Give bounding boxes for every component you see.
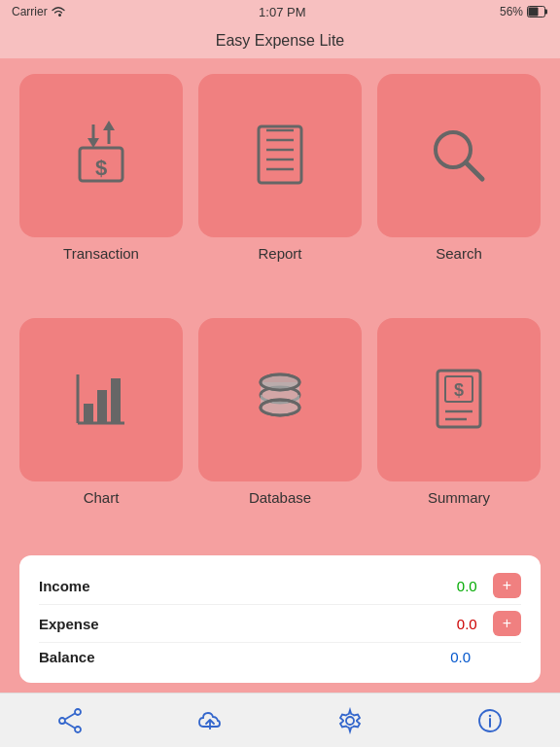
tab-settings[interactable]	[326, 701, 374, 740]
grid-tile-search[interactable]	[377, 74, 541, 237]
svg-line-39	[65, 722, 75, 728]
info-icon	[476, 707, 504, 734]
grid-tile-database[interactable]	[198, 318, 362, 481]
expense-value: 0.0	[457, 616, 477, 632]
grid-item-chart[interactable]: Chart	[19, 318, 183, 547]
svg-rect-19	[84, 404, 93, 423]
expense-label: Expense	[39, 616, 457, 632]
svg-point-35	[75, 709, 81, 715]
search-icon	[420, 117, 498, 195]
database-label: Database	[249, 489, 311, 506]
summary-panel: Income 0.0 + Expense 0.0 + Balance 0.0	[19, 555, 541, 683]
report-label: Report	[258, 245, 301, 262]
svg-rect-2	[529, 8, 539, 17]
svg-rect-1	[545, 10, 548, 15]
balance-value: 0.0	[450, 649, 471, 665]
svg-line-16	[466, 162, 482, 179]
battery-label: 56%	[500, 5, 523, 18]
status-time: 1:07 PM	[259, 5, 305, 19]
status-right: 56%	[500, 5, 548, 18]
app-title-bar: Easy Expense Lite	[0, 23, 560, 58]
transaction-icon: $	[62, 117, 140, 195]
svg-rect-21	[111, 378, 121, 423]
menu-grid: $ Transaction	[19, 74, 541, 546]
status-bar: Carrier 1:07 PM 56%	[0, 0, 560, 23]
income-value: 0.0	[457, 578, 477, 594]
report-icon	[241, 117, 319, 195]
tab-cloud[interactable]	[186, 701, 234, 740]
transaction-label: Transaction	[63, 245, 139, 262]
svg-text:$: $	[95, 156, 107, 180]
tab-info[interactable]	[466, 701, 514, 740]
search-label: Search	[436, 245, 482, 262]
balance-row: Balance 0.0	[39, 643, 521, 671]
expense-add-button[interactable]: +	[493, 611, 521, 636]
grid-item-database[interactable]: Database	[198, 318, 362, 547]
app-title: Easy Expense Lite	[216, 32, 345, 50]
svg-point-36	[59, 718, 65, 724]
wifi-icon	[52, 6, 65, 18]
svg-marker-8	[103, 121, 115, 130]
svg-rect-9	[259, 126, 301, 183]
tab-bar	[0, 693, 560, 747]
main-content: $ Transaction	[0, 58, 560, 693]
status-left: Carrier	[12, 5, 65, 18]
battery-icon	[527, 6, 548, 18]
tab-share[interactable]	[46, 701, 94, 740]
grid-tile-summary[interactable]: $	[377, 318, 541, 481]
summary-label: Summary	[428, 489, 490, 506]
carrier-label: Carrier	[12, 5, 48, 18]
svg-line-38	[65, 713, 75, 719]
grid-item-report[interactable]: Report	[198, 74, 362, 302]
summary-icon: $	[420, 361, 498, 439]
grid-item-transaction[interactable]: $ Transaction	[19, 74, 183, 302]
svg-point-41	[346, 717, 354, 725]
grid-item-search[interactable]: Search	[377, 74, 541, 302]
chart-label: Chart	[84, 489, 120, 506]
svg-point-44	[489, 714, 491, 716]
grid-tile-chart[interactable]	[19, 318, 183, 481]
expense-row: Expense 0.0 +	[39, 605, 521, 643]
grid-item-summary[interactable]: $ Summary	[377, 318, 541, 547]
income-label: Income	[39, 578, 457, 594]
gear-icon	[336, 707, 364, 734]
chart-icon	[62, 361, 140, 439]
svg-rect-20	[97, 390, 107, 423]
income-add-button[interactable]: +	[493, 573, 521, 598]
grid-tile-report[interactable]	[198, 74, 362, 237]
balance-label: Balance	[39, 649, 450, 665]
share-icon	[56, 707, 84, 734]
svg-text:$: $	[454, 380, 464, 400]
svg-point-37	[75, 727, 81, 732]
cloud-upload-icon	[196, 707, 224, 734]
grid-tile-transaction[interactable]: $	[19, 74, 183, 237]
income-row: Income 0.0 +	[39, 567, 521, 605]
database-icon	[241, 361, 319, 439]
